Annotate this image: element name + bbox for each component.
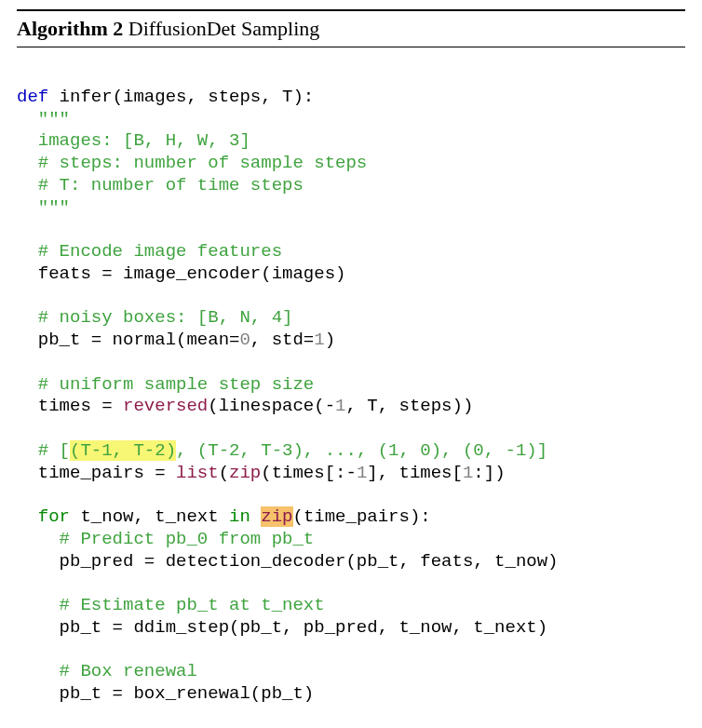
comment-line: # uniform sample step size bbox=[17, 374, 314, 395]
algorithm-header: Algorithm 2 DiffusionDet Sampling bbox=[17, 9, 685, 47]
code-line: pb_t = normal(mean=0, std=1) bbox=[17, 330, 335, 350]
comment-line: # noisy boxes: [B, N, 4] bbox=[17, 307, 292, 328]
code-line: pb_pred = detection_decoder(pb_t, feats,… bbox=[17, 551, 559, 572]
comment-line: # [(T-1, T-2), (T-2, T-3), ..., (1, 0), … bbox=[17, 440, 547, 461]
function-signature: infer(images, steps, T): bbox=[48, 87, 314, 107]
comment-line: # Predict pb_0 from pb_t bbox=[17, 529, 314, 549]
code-line: feats = image_encoder(images) bbox=[17, 263, 345, 284]
comment-line: # Estimate pb_t at t_next bbox=[17, 595, 325, 615]
keyword-def: def bbox=[17, 87, 48, 107]
code-listing: def infer(images, steps, T): """ images:… bbox=[17, 47, 685, 728]
code-line: for t_now, t_next in zip(time_pairs): bbox=[17, 506, 431, 527]
docstring-line: images: [B, H, W, 3] bbox=[17, 130, 250, 151]
code-line: time_pairs = list(zip(times[:-1], times[… bbox=[17, 463, 506, 483]
algorithm-block: Algorithm 2 DiffusionDet Sampling def in… bbox=[17, 9, 685, 728]
highlight-zip: zip bbox=[261, 506, 292, 527]
comment-line: # Encode image features bbox=[17, 241, 282, 262]
docstring-line: # steps: number of sample steps bbox=[17, 153, 367, 173]
algorithm-title: DiffusionDet Sampling bbox=[123, 17, 319, 40]
docstring-open: """ bbox=[17, 109, 70, 129]
docstring-line: # T: number of time steps bbox=[17, 175, 304, 195]
code-line: pb_t = ddim_step(pb_t, pb_pred, t_now, t… bbox=[17, 617, 547, 638]
highlight-range: (T-1, T-2) bbox=[70, 440, 176, 461]
algorithm-label: Algorithm 2 bbox=[17, 17, 123, 40]
comment-line: # Box renewal bbox=[17, 661, 197, 681]
code-line: times = reversed(linespace(-1, T, steps)… bbox=[17, 396, 473, 416]
docstring-close: """ bbox=[17, 197, 70, 218]
code-line: pb_t = box_renewal(pb_t) bbox=[17, 683, 314, 704]
